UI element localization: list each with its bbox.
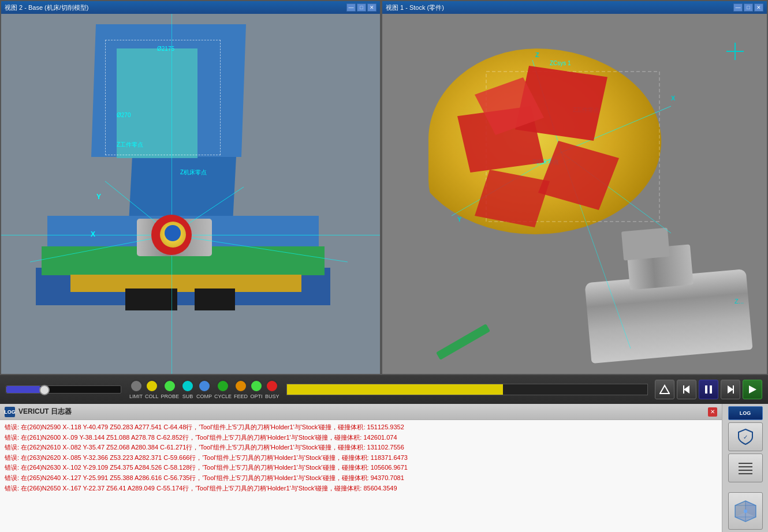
log-panel-log-button[interactable]: LOG [728, 406, 763, 420]
dashed-box-upper [105, 40, 221, 155]
vericut-box-icon [732, 497, 759, 525]
right-z-axis: Z [535, 51, 539, 58]
opti-circle [250, 380, 263, 392]
left-label-d270: Ø270 [117, 112, 131, 118]
shield-icon: ✓ [737, 428, 754, 445]
svg-rect-16 [733, 385, 734, 394]
status-opti[interactable]: OPTI [250, 380, 263, 399]
log-panel-shield-button[interactable]: ✓ [728, 422, 763, 451]
status-probe[interactable]: PROBE [161, 380, 180, 399]
svg-marker-15 [728, 385, 733, 394]
log-line-0: 错误: 在(260)N2590 X-.118 Y-40.479 Z50.283 … [5, 422, 717, 433]
right-min-button[interactable]: — [733, 3, 743, 12]
comp-circle [198, 380, 211, 392]
left-viewport-title: 视图 2 - Base (机床/切削模型) [5, 3, 346, 12]
status-cycle[interactable]: CYCLE [214, 380, 232, 399]
log-line-4: 错误: 在(264)N2630 X-.102 Y-29.109 Z54.375 … [5, 463, 717, 473]
left-y-axis-label: Y [96, 193, 101, 201]
left-max-button[interactable]: □ [357, 3, 366, 12]
svg-marker-17 [749, 385, 756, 394]
svg-rect-20 [739, 466, 752, 467]
log-line-3: 错误: 在(263)N2620 X-.085 Y-32.366 Z53.223 … [5, 453, 717, 463]
left-title-bar: 视图 2 - Base (机床/切削模型) — □ ✕ [1, 1, 380, 14]
cycle-label: CYCLE [214, 394, 232, 399]
coll-circle [146, 380, 158, 392]
nav-home-button[interactable] [655, 380, 674, 399]
right-close-button[interactable]: ✕ [754, 3, 763, 12]
progress-bar-container[interactable] [6, 385, 121, 394]
status-coll[interactable]: COLL [145, 380, 159, 399]
machine-dark-block [125, 289, 177, 310]
left-min-button[interactable]: — [346, 3, 356, 12]
machine-dark-block2 [195, 289, 235, 310]
right-viewport-title: 视图 1 - Stock (零件) [386, 3, 733, 12]
pause-icon [703, 384, 714, 395]
list-icon [737, 460, 754, 476]
sub-circle [181, 380, 194, 392]
pause-button[interactable] [699, 380, 718, 399]
log-content[interactable]: 错误: 在(260)N2590 X-.118 Y-40.479 Z50.283 … [0, 420, 722, 532]
busy-label: BUSY [265, 394, 279, 399]
log-main: LOG VERICUT 日志器 ✕ 错误: 在(260)N2590 X-.118… [0, 404, 722, 532]
svg-rect-13 [705, 385, 707, 394]
machine-yellow-strip [70, 275, 301, 292]
status-comp[interactable]: COMP [196, 380, 212, 399]
left-close-button[interactable]: ✕ [367, 3, 376, 12]
log-line-2: 错误: 在(262)N2610 X-.082 Y-35.47 Z52.068 A… [5, 443, 717, 453]
vericut-logo-button[interactable] [728, 492, 763, 530]
left-3d-scene: Ø2175 [1, 14, 380, 374]
feed-circle [234, 380, 247, 392]
log-right-panel: LOG ✓ [722, 404, 768, 532]
mountain-icon [659, 384, 670, 395]
log-title-bar: LOG VERICUT 日志器 ✕ [0, 404, 722, 420]
right-x-axis: X [671, 95, 675, 102]
svg-rect-12 [683, 385, 684, 394]
spindle-blue-inner [165, 225, 181, 241]
right-win-buttons: — □ ✕ [733, 3, 763, 12]
log-line-6: 错误: 在(266)N2650 X-.167 Y-22.37 Z56.41 A2… [5, 484, 717, 494]
right-y-axis: Y [457, 216, 461, 223]
back-icon [681, 384, 692, 395]
svg-text:✓: ✓ [743, 434, 748, 440]
right-tool-shank [621, 228, 670, 261]
svg-marker-11 [684, 385, 689, 394]
feed-bar-fill [287, 384, 504, 395]
log-area: LOG VERICUT 日志器 ✕ 错误: 在(260)N2590 X-.118… [0, 404, 768, 532]
log-line-1: 错误: 在(261)N2600 X-.09 Y-38.144 Z51.088 A… [5, 433, 717, 443]
status-busy[interactable]: BUSY [265, 380, 279, 399]
limit-circle [130, 380, 143, 392]
opti-label: OPTI [251, 394, 263, 399]
busy-circle [266, 380, 278, 392]
play-icon [747, 384, 758, 395]
nav-back-button[interactable] [677, 380, 696, 399]
log-panel-list-button[interactable] [728, 454, 763, 482]
toolbar-nav-buttons [655, 380, 762, 399]
cyan-axis-v [172, 14, 172, 374]
viewport-left: 视图 2 - Base (机床/切削模型) — □ ✕ Ø2175 [0, 0, 381, 375]
coll-label: COLL [145, 394, 159, 399]
viewport-right: 视图 1 - Stock (零件) — □ ✕ [381, 0, 768, 375]
nav-forward-button[interactable] [721, 380, 740, 399]
log-line-5: 错误: 在(265)N2640 X-.127 Y-25.991 Z55.388 … [5, 473, 717, 484]
crosshair-v-line [735, 43, 736, 60]
toolbar-area: LIMIT COLL PROBE SUB COMP CYCLE FEED OPT… [0, 375, 768, 404]
svg-rect-21 [739, 470, 752, 471]
right-max-button[interactable]: □ [744, 3, 753, 12]
right-zcsys-label: ZCsys 1 [550, 60, 571, 66]
svg-rect-19 [739, 463, 752, 464]
svg-rect-22 [739, 473, 752, 474]
right-green-tool [436, 324, 490, 360]
status-limit[interactable]: LIMIT [129, 380, 143, 399]
play-button[interactable] [743, 380, 762, 399]
right-bottom-axis: Z... [735, 298, 744, 305]
probe-label: PROBE [161, 394, 180, 399]
feed-bar-container[interactable] [286, 384, 648, 395]
status-feed[interactable]: FEED [234, 380, 248, 399]
log-close-button[interactable]: ✕ [708, 407, 717, 417]
forward-icon [725, 384, 736, 395]
comp-label: COMP [196, 394, 212, 399]
progress-indicator[interactable] [39, 385, 50, 395]
status-sub[interactable]: SUB [181, 380, 194, 399]
svg-point-30 [744, 509, 747, 513]
feed-label: FEED [234, 394, 248, 399]
